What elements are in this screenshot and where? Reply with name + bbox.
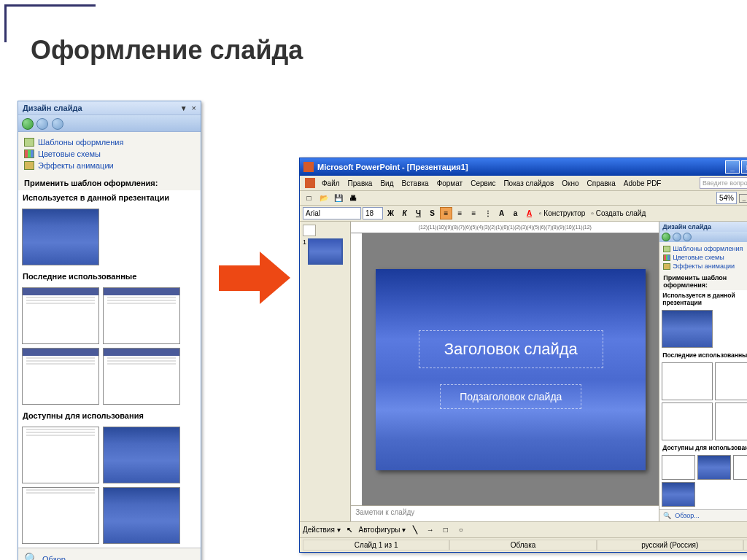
zoom-select[interactable]: 54% <box>716 192 737 204</box>
link-templates[interactable]: Шаблоны оформления <box>24 136 195 148</box>
template-thumb[interactable] <box>733 455 747 480</box>
menu-tools[interactable]: Сервис <box>467 178 499 189</box>
template-thumb[interactable] <box>22 427 99 483</box>
maximize-button[interactable]: □ <box>741 160 747 174</box>
bullets-button[interactable]: ⋮ <box>481 207 494 219</box>
font-select[interactable]: Arial <box>303 207 361 219</box>
designer-button[interactable]: ▫ Конструктор <box>537 209 587 217</box>
link-templates[interactable]: Шаблоны оформления <box>663 244 747 253</box>
link-colors[interactable]: Цветовые схемы <box>24 148 195 160</box>
fontsize-select[interactable]: 18 <box>363 207 383 219</box>
template-thumb[interactable] <box>662 482 695 507</box>
slide-subtitle-placeholder[interactable]: Подзаголовок слайда <box>440 384 581 409</box>
template-thumb[interactable] <box>103 427 180 483</box>
template-thumb[interactable] <box>103 348 180 405</box>
taskpane-title: Дизайн слайда <box>23 104 180 112</box>
taskpane-header[interactable]: Дизайн слайда ▼ × <box>659 222 747 232</box>
nav-back-icon[interactable] <box>22 118 34 130</box>
print-icon[interactable]: 🖶 <box>347 192 359 204</box>
menu-window[interactable]: Окно <box>558 178 582 189</box>
template-thumb[interactable] <box>22 487 99 544</box>
slide-canvas[interactable]: Заголовок слайда Подзаголовок слайда <box>376 269 646 470</box>
outline-tab[interactable] <box>303 225 316 236</box>
effects-icon <box>24 161 34 170</box>
autoshapes-menu[interactable]: Автофигуры ▾ <box>359 526 406 534</box>
nav-home-icon[interactable] <box>683 233 692 241</box>
shadow-button[interactable]: S <box>426 207 438 219</box>
menu-slideshow[interactable]: Показ слайдов <box>500 178 557 189</box>
menu-adobe[interactable]: Adobe PDF <box>620 178 665 189</box>
section-used: Используется в данной презентации <box>659 290 747 308</box>
close-icon[interactable]: × <box>192 104 196 112</box>
colors-icon <box>24 149 34 158</box>
template-thumb[interactable] <box>22 287 99 344</box>
taskpane-footer[interactable]: 🔍 Обзор... <box>659 509 747 521</box>
oval-icon[interactable]: ○ <box>454 524 467 536</box>
nav-back-icon[interactable] <box>662 233 670 241</box>
arrow-icon[interactable]: → <box>424 524 436 536</box>
menu-view[interactable]: Вид <box>376 178 397 189</box>
template-thumb[interactable] <box>662 402 713 440</box>
save-icon[interactable]: 💾 <box>332 192 344 204</box>
align-center-button[interactable]: ≡ <box>454 207 466 219</box>
drawing-toolbar: Действия ▾ ↖ Автофигуры ▾ ╲ → □ ○ <box>300 521 747 537</box>
taskpane-footer[interactable]: 🔍 Обзор... <box>18 548 201 560</box>
taskpane-header[interactable]: Дизайн слайда ▼ × <box>18 101 201 115</box>
link-colors[interactable]: Цветовые схемы <box>663 253 747 262</box>
align-right-button[interactable]: ≡ <box>468 207 480 219</box>
menu-help[interactable]: Справка <box>584 178 619 189</box>
browse-link[interactable]: Обзор... <box>42 555 72 561</box>
powerpoint-window: Microsoft PowerPoint - [Презентация1] _ … <box>299 158 747 553</box>
nav-fwd-icon[interactable] <box>673 233 681 241</box>
pointer-icon[interactable]: ↖ <box>344 524 356 536</box>
format-toolbar: Arial 18 Ж К Ч S ≡ ≡ ≡ ⋮ A a A ▫ Констру… <box>300 206 747 222</box>
template-thumb[interactable] <box>662 455 695 480</box>
help-search-input[interactable]: Введите вопрос <box>700 177 747 189</box>
doc-window-controls: _ □ × <box>739 194 747 203</box>
menu-insert[interactable]: Вставка <box>398 178 432 189</box>
slide-thumb-1[interactable]: 1 <box>303 238 347 265</box>
template-thumb[interactable] <box>103 287 180 344</box>
minimize-button[interactable]: _ <box>725 160 740 174</box>
link-effects[interactable]: Эффекты анимации <box>663 262 747 271</box>
slide-title-placeholder[interactable]: Заголовок слайда <box>419 330 603 368</box>
align-left-button[interactable]: ≡ <box>440 207 452 219</box>
browse-icon: 🔍 <box>24 552 39 560</box>
rect-icon[interactable]: □ <box>439 524 452 536</box>
template-thumb[interactable] <box>715 362 747 400</box>
template-thumb[interactable] <box>662 310 713 348</box>
templates-icon <box>24 138 34 147</box>
increase-font-button[interactable]: A <box>495 207 508 219</box>
doc-minimize[interactable]: _ <box>739 194 747 203</box>
taskpane-dropdown-icon[interactable]: ▼ <box>180 104 187 112</box>
new-slide-button[interactable]: ▫ Создать слайд <box>589 209 648 217</box>
notes-pane[interactable]: Заметки к слайду <box>351 505 659 521</box>
template-thumb[interactable] <box>103 487 180 544</box>
italic-button[interactable]: К <box>398 207 411 219</box>
template-thumb[interactable] <box>22 348 99 405</box>
line-icon[interactable]: ╲ <box>409 524 421 536</box>
bold-button[interactable]: Ж <box>384 207 397 219</box>
template-thumb[interactable] <box>697 455 731 480</box>
thumbs-avail <box>18 423 201 548</box>
open-icon[interactable]: 📂 <box>317 192 330 204</box>
nav-fwd-icon[interactable] <box>36 118 48 130</box>
menu-file[interactable]: Файл <box>318 178 344 189</box>
actions-menu[interactable]: Действия ▾ <box>303 526 341 534</box>
font-color-button[interactable]: A <box>523 207 535 219</box>
decrease-font-button[interactable]: a <box>509 207 522 219</box>
link-effects[interactable]: Эффекты анимации <box>24 160 195 171</box>
browse-link[interactable]: Обзор... <box>675 512 700 519</box>
menu-format[interactable]: Формат <box>433 178 467 189</box>
underline-button[interactable]: Ч <box>412 207 425 219</box>
template-thumb[interactable] <box>662 362 713 400</box>
template-thumb[interactable] <box>22 209 99 265</box>
nav-home-icon[interactable] <box>52 118 63 130</box>
template-thumb[interactable] <box>715 402 747 440</box>
workspace: 1 (12)(11)(10)(9)(8)(7)(6)(5)(4)(3)(2)(1… <box>300 222 747 521</box>
titlebar[interactable]: Microsoft PowerPoint - [Презентация1] _ … <box>300 158 747 176</box>
app-menu-icon[interactable] <box>305 178 315 188</box>
apply-template-header: Применить шаблон оформления: <box>659 273 747 290</box>
new-icon[interactable]: □ <box>303 192 315 204</box>
menu-edit[interactable]: Правка <box>344 178 376 189</box>
